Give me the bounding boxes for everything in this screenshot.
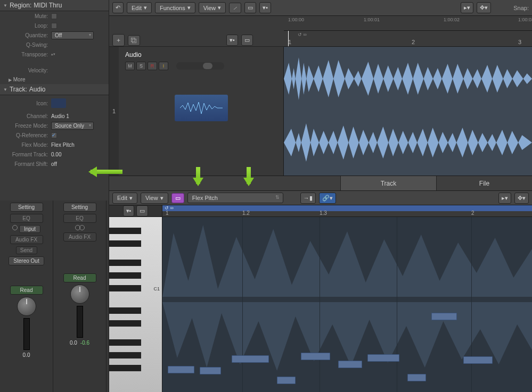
pitch-note[interactable] [277,377,296,384]
pan-knob[interactable] [17,297,36,316]
audiofx-button[interactable]: Audio FX [63,232,96,241]
level-meter [23,318,30,350]
stereoout-button[interactable]: Stereo Out [9,256,44,265]
editor-ruler-tick: 2 [471,210,474,216]
region-header[interactable]: ▼ Region: MIDI Thru [0,0,109,11]
freeze-select[interactable]: Source Only [51,122,94,130]
loop-checkbox[interactable] [51,23,57,29]
setting-button[interactable]: Setting [10,203,43,212]
ruler-bar: 3 [518,39,521,45]
flexmode-value[interactable]: Flex Pitch [51,142,75,148]
mute-button[interactable]: M [125,62,135,70]
volume-slider[interactable] [176,62,224,70]
channel-value: Audio 1 [51,113,69,119]
editor-ruler[interactable]: ▾▪ ▭ ↺ ∞ 1 1.2 1.3 2 [109,205,532,217]
tool-pointer-icon[interactable]: ▸▾ [461,2,473,13]
filter-icon[interactable]: ▾▪ [259,2,271,13]
track-region-thumbnail [175,95,228,121]
editor-ruler-tick: 1.2 [242,210,250,216]
disclosure-triangle-icon[interactable]: ▼ [3,87,7,92]
region-bar[interactable]: ↺ ∞ [162,205,532,211]
pitch-note[interactable] [232,355,269,363]
timeline-ruler-bars[interactable]: 1 2 3 ↺ ∞ [284,31,532,47]
editor-filter-icon[interactable]: ▾▪ [123,205,135,216]
input-button[interactable]: Input [19,225,40,233]
track-region-area[interactable] [284,47,532,176]
tab-file[interactable]: File [436,176,532,190]
track-view-icon[interactable]: ▭ [241,35,253,46]
track-name[interactable]: Audio [125,51,277,59]
formant-shift-value[interactable]: off [51,161,57,167]
editor-tool-secondary-icon[interactable]: ✥▾ [514,193,529,204]
region-name: MIDI Thru [34,2,62,9]
track-number: 1 [109,47,119,176]
more-disclosure[interactable]: ▶ More [0,75,109,84]
pitch-note[interactable] [168,366,194,373]
loop-marker-icon[interactable]: ↺ ∞ [298,32,307,37]
track-header[interactable]: 1 Audio M S R I [109,47,284,176]
track-icon-thumbnail[interactable] [51,98,66,108]
eq-button[interactable]: EQ [10,214,43,223]
disclosure-triangle-icon[interactable]: ▼ [3,3,7,8]
link-icon[interactable]: 🔗▾ [319,193,336,204]
edit-menu[interactable]: Edit ▾ [127,2,152,13]
send-button[interactable]: Send [16,246,37,254]
view-menu[interactable]: View ▾ [199,2,226,13]
editor-ruler-tick: 1 [166,210,169,216]
duplicate-track-button[interactable]: ⿻ [128,35,140,46]
track-header[interactable]: ▼ Track: Audio [0,84,109,95]
transpose-stepper[interactable]: ▴▾ [51,53,55,56]
quantize-select[interactable]: Off [51,31,94,39]
tab-track[interactable]: Track [340,176,436,190]
pitch-note[interactable] [367,354,399,362]
setting-button[interactable]: Setting [63,203,96,212]
ruler-tick: 1:00:01 [364,17,380,22]
read-button[interactable]: Read [63,273,96,282]
qref-checkbox[interactable] [51,132,57,138]
editor-view-menu[interactable]: View ▾ [141,193,168,204]
eq-button[interactable]: EQ [63,214,96,223]
timeline-ruler-top[interactable]: 1:00:00 1:00:01 1:00:02 1:00:03 [284,16,532,31]
audiofx-button[interactable]: Audio FX [10,235,43,244]
region-header-label: Region: [10,2,31,9]
track-header-label: Track: [10,86,27,93]
pitch-note[interactable] [200,367,221,374]
piano-keyboard[interactable]: C1 [109,217,162,392]
back-button[interactable]: ↶ [112,2,124,13]
pitch-note[interactable] [407,374,426,381]
tool-secondary-icon[interactable]: ✥▾ [477,2,491,13]
solo-button[interactable]: S [136,62,146,70]
track-controls-bar: ＋ ⿻ ▾▪ ▭ [109,16,284,47]
pitch-note[interactable] [431,313,457,320]
snap-label: Snap: [513,5,529,11]
qref-label: Q-Reference: [2,132,51,138]
pitch-note[interactable] [463,356,493,364]
input-monitor-button[interactable]: I [159,62,168,70]
formant-track-value[interactable]: 0.00 [51,152,61,157]
flex-mode-select[interactable]: Flex Pitch [187,193,283,203]
editor-ruler-tick: 1.3 [320,210,327,216]
automation-icon[interactable]: ⟋ [229,3,241,13]
pitch-note[interactable] [338,361,362,368]
editor-tool-pointer-icon[interactable]: ▸▾ [498,193,511,204]
pitch-note[interactable] [301,353,330,360]
add-track-button[interactable]: ＋ [112,34,125,46]
formant-track-label: Formant Track: [2,152,51,157]
ruler-tick: 1:00:02 [444,17,460,22]
flex-toggle-button[interactable]: ▭ [171,193,184,203]
editor-edit-menu[interactable]: Edit ▾ [112,193,137,204]
loop-label: Loop: [2,23,51,29]
functions-menu[interactable]: Functions ▾ [155,2,195,13]
flex-pitch-grid[interactable] [162,217,532,392]
flex-icon[interactable]: ▭ [244,2,256,13]
record-button[interactable]: R [148,62,157,70]
editor-region-icon[interactable]: ▭ [136,205,148,216]
track-filter-icon[interactable]: ▾▪ [226,35,238,46]
read-button[interactable]: Read [10,286,43,295]
ruler-tick: 1:00:03 [518,17,532,22]
playhead[interactable] [288,31,289,46]
pan-knob[interactable] [70,285,89,304]
catch-playhead-icon[interactable]: →▮ [300,193,316,204]
mute-checkbox[interactable] [51,13,57,19]
stereo-link-icon[interactable] [75,225,85,230]
